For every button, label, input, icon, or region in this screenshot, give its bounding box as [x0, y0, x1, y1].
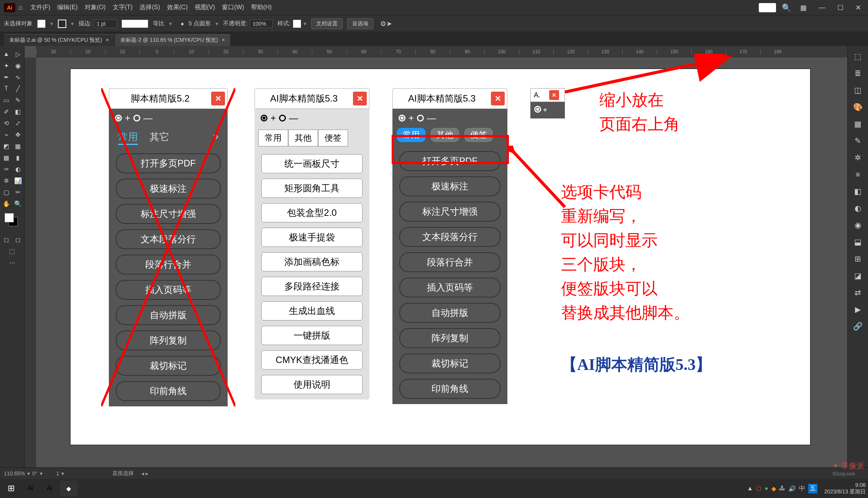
panel3-btn-4[interactable]: 段落行合并 — [399, 252, 500, 272]
tray-up-icon[interactable]: ▲ — [747, 485, 753, 492]
minimize-icon[interactable]: — — [819, 3, 825, 12]
eraser-tool[interactable]: ◧ — [12, 106, 24, 117]
panel3-btn-5[interactable]: 插入页码等 — [399, 278, 500, 297]
brush-swatch[interactable] — [121, 20, 148, 28]
fill-stroke-swatch[interactable] — [5, 213, 20, 228]
menu-view[interactable]: 视图(V) — [195, 3, 215, 12]
panel1-btn-6[interactable]: 自动拼版 — [116, 305, 221, 325]
radio-icon[interactable] — [279, 115, 286, 122]
line-tool[interactable]: ╱ — [12, 83, 24, 94]
stroke-swatch[interactable] — [58, 20, 66, 28]
panel2-btn-7[interactable]: 一键拼版 — [261, 326, 363, 345]
radio-icon[interactable] — [417, 115, 424, 122]
taskbar-app-3[interactable]: ◆ — [60, 481, 77, 496]
radio-icon[interactable] — [115, 115, 122, 122]
pen-tool[interactable]: ✒ — [1, 71, 12, 83]
blend-tool[interactable]: ◐ — [12, 163, 24, 175]
panel2-tab-notes[interactable]: 便签 — [318, 130, 348, 146]
edit-toolbar[interactable]: ⋯ — [1, 257, 24, 268]
taskbar-ai-1[interactable]: Ai — [21, 481, 39, 496]
panel1-btn-1[interactable]: 极速标注 — [116, 179, 221, 199]
panel3-close[interactable]: ✕ — [491, 92, 505, 105]
brush-tool[interactable]: ✎ — [12, 94, 24, 106]
panel2-btn-0[interactable]: 统一画板尺寸 — [261, 154, 363, 173]
search-icon[interactable]: 🔍 — [782, 3, 791, 12]
panel-mini-close[interactable]: ✕ — [549, 90, 559, 100]
menu-effect[interactable]: 效果(C) — [167, 3, 188, 12]
taskbar-ai-2[interactable]: Ai — [41, 481, 58, 496]
draw-mode-behind[interactable]: ◻ — [12, 234, 24, 245]
zoom-tool[interactable]: 🔍 — [12, 198, 24, 209]
panel1-btn-2[interactable]: 标注尺寸增强 — [116, 204, 221, 224]
radio-icon[interactable] — [534, 106, 541, 113]
panel2-btn-2[interactable]: 包装盒型2.0 — [261, 203, 363, 222]
tray-ime-icon[interactable]: 中 — [799, 485, 805, 493]
shaper-tool[interactable]: ✐ — [1, 106, 12, 117]
menu-help[interactable]: 帮助(H) — [251, 3, 272, 12]
slice-tool[interactable]: ✂ — [12, 186, 24, 198]
color-icon[interactable]: 🎨 — [850, 99, 866, 115]
close-icon[interactable]: ✕ — [855, 3, 861, 12]
direct-select-tool[interactable]: ▷ — [12, 48, 24, 60]
menu-window[interactable]: 窗口(W) — [222, 3, 244, 12]
gradient-tool[interactable]: ▮ — [12, 152, 24, 163]
align-icon[interactable]: ⊞ — [850, 251, 866, 267]
panel2-btn-9[interactable]: 使用说明 — [261, 375, 363, 394]
panel1-btn-7[interactable]: 阵列复制 — [116, 330, 221, 350]
eyedropper-tool[interactable]: ✑ — [1, 163, 12, 175]
panel2-btn-1[interactable]: 矩形圆角工具 — [261, 179, 363, 198]
scale-tool[interactable]: ⤢ — [12, 117, 24, 129]
width-tool[interactable]: ⌁ — [1, 129, 12, 140]
doc-setup-button[interactable]: 文档设置 — [311, 18, 343, 29]
radio-icon[interactable] — [133, 115, 140, 122]
tab-close-icon[interactable]: × — [222, 37, 225, 43]
brushes-icon[interactable]: ✎ — [850, 133, 866, 149]
panel2-tab-common[interactable]: 常用 — [258, 130, 288, 146]
panel3-btn-8[interactable]: 裁切标记 — [399, 353, 500, 373]
panel1-btn-5[interactable]: 插入页码等 — [116, 280, 221, 300]
panel2-btn-6[interactable]: 生成出血线 — [261, 301, 363, 320]
free-transform-tool[interactable]: ✥ — [12, 129, 24, 140]
tray-green-icon[interactable]: ● — [765, 485, 768, 492]
rotate-tool[interactable]: ⟲ — [1, 117, 12, 129]
panel1-btn-3[interactable]: 文本段落分行 — [116, 229, 221, 249]
arrange-docs-icon[interactable]: ▦ — [800, 3, 807, 12]
swatches-icon[interactable]: ▦ — [850, 116, 866, 132]
properties-icon[interactable]: ⬚ — [850, 48, 866, 64]
panel3-btn-2[interactable]: 标注尺寸增强 — [399, 202, 500, 222]
links-icon[interactable]: 🔗 — [850, 318, 866, 334]
panel1-btn-8[interactable]: 裁切标记 — [116, 356, 221, 376]
gradient-icon[interactable]: ◧ — [850, 183, 866, 199]
panel3-btn-7[interactable]: 阵列复制 — [399, 328, 500, 348]
libraries-icon[interactable]: ◫ — [850, 82, 866, 98]
panel1-tab-common[interactable]: 常用 — [118, 130, 138, 145]
graph-tool[interactable]: 📊 — [12, 175, 24, 186]
pathfinder-icon[interactable]: ◪ — [850, 268, 866, 284]
tray-ime2-icon[interactable]: 五 — [808, 484, 817, 493]
doc-tab-2[interactable]: 未标题-2 @ 110.65 % (CMYK/CPU 预览) × — [115, 34, 230, 46]
lasso-tool[interactable]: ◉ — [12, 60, 24, 71]
symbols-icon[interactable]: ✲ — [850, 150, 866, 166]
artboard-tool[interactable]: ▢ — [1, 186, 12, 198]
rectangle-tool[interactable]: ▭ — [1, 94, 12, 106]
transparency-icon[interactable]: ◐ — [850, 200, 866, 216]
panel2-btn-8[interactable]: CMYK查找潘通色 — [261, 350, 363, 370]
zoom-level[interactable]: 110.65% — [4, 470, 25, 477]
opacity-input[interactable] — [250, 20, 273, 28]
menu-file[interactable]: 文件(F) — [30, 3, 50, 12]
panel3-btn-3[interactable]: 文本段落分行 — [399, 227, 500, 247]
appearance-icon[interactable]: ◉ — [850, 217, 866, 233]
tray-volume-icon[interactable]: 🔊 — [788, 485, 796, 492]
panel2-btn-5[interactable]: 多段路径连接 — [261, 277, 363, 296]
panel3-btn-6[interactable]: 自动拼版 — [399, 303, 500, 323]
tray-network-icon[interactable]: 🖧 — [779, 485, 785, 492]
panel1-btn-4[interactable]: 段落行合并 — [116, 255, 221, 274]
menu-type[interactable]: 文字(T) — [113, 3, 133, 12]
panel1-close[interactable]: ✕ — [211, 92, 225, 105]
curvature-tool[interactable]: ∿ — [12, 71, 24, 83]
perspective-tool[interactable]: ▦ — [12, 140, 24, 152]
tray-shield-icon[interactable]: ⬡ — [756, 485, 761, 492]
rotation-angle[interactable]: 0° — [32, 470, 37, 477]
fill-swatch[interactable] — [37, 20, 46, 28]
screen-mode[interactable]: ⬚ — [1, 245, 24, 257]
